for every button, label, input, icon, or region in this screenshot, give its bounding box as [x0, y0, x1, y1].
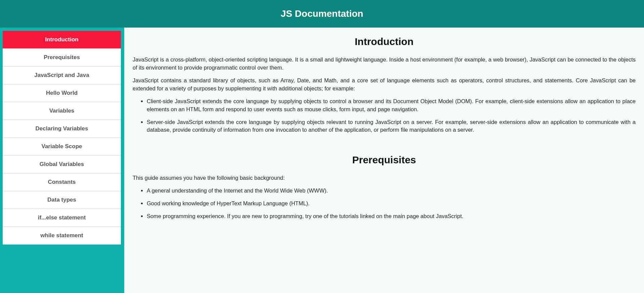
prerequisites-list-item-2: Good working knowledge of HyperText Mark…: [147, 200, 636, 208]
nav-item-while-statement[interactable]: while statement: [3, 227, 121, 245]
section-introduction: Introduction JavaScript is a cross-platf…: [133, 36, 636, 134]
nav-link-if-else-statement[interactable]: if...else statement: [3, 209, 121, 226]
main-content: Introduction JavaScript is a cross-platf…: [124, 28, 644, 293]
nav-item-introduction[interactable]: Introduction: [3, 31, 121, 49]
intro-list-item-1: Client-side JavaScript extends the core …: [147, 97, 636, 114]
nav-item-constants[interactable]: Constants: [3, 173, 121, 191]
prerequisites-list-item-1: A general understanding of the Internet …: [147, 187, 636, 195]
nav-link-global-variables[interactable]: Global Variables: [3, 156, 121, 173]
nav-item-data-types[interactable]: Data types: [3, 191, 121, 209]
nav-link-variable-scope[interactable]: Variable Scope: [3, 138, 121, 155]
nav-item-variables[interactable]: Variables: [3, 102, 121, 120]
nav-item-declaring-variables[interactable]: Declaring Variables: [3, 120, 121, 138]
prerequisites-list-item-3: Some programming experience. If you are …: [147, 212, 636, 220]
section-heading-introduction: Introduction: [133, 36, 636, 47]
nav-link-while-statement[interactable]: while statement: [3, 227, 121, 244]
nav-link-variables[interactable]: Variables: [3, 102, 121, 120]
nav-item-javascript-and-java[interactable]: JavaScript and Java: [3, 67, 121, 84]
intro-list-item-2: Server-side JavaScript extends the core …: [147, 118, 636, 134]
nav-item-prerequisites[interactable]: Prerequisites: [3, 49, 121, 67]
nav-item-global-variables[interactable]: Global Variables: [3, 156, 121, 173]
intro-list: Client-side JavaScript extends the core …: [133, 97, 636, 134]
nav-list: Introduction Prerequisites JavaScript an…: [3, 31, 121, 245]
section-heading-prerequisites: Prerequisites: [133, 154, 636, 166]
nav-item-hello-world[interactable]: Hello World: [3, 84, 121, 102]
nav-link-declaring-variables[interactable]: Declaring Variables: [3, 120, 121, 137]
nav-link-javascript-and-java[interactable]: JavaScript and Java: [3, 67, 121, 84]
nav-link-constants[interactable]: Constants: [3, 173, 121, 191]
nav-item-if-else-statement[interactable]: if...else statement: [3, 209, 121, 227]
prerequisites-paragraph-1: This guide assumes you have the followin…: [133, 174, 636, 182]
nav-link-introduction[interactable]: Introduction: [3, 31, 121, 48]
intro-paragraph-2: JavaScript contains a standard library o…: [133, 77, 636, 93]
nav-item-variable-scope[interactable]: Variable Scope: [3, 138, 121, 156]
page-header: JS Documentation: [0, 0, 644, 28]
sidebar-nav: Introduction Prerequisites JavaScript an…: [0, 28, 124, 293]
nav-link-data-types[interactable]: Data types: [3, 191, 121, 209]
section-prerequisites: Prerequisites This guide assumes you hav…: [133, 154, 636, 220]
page-title: JS Documentation: [0, 8, 644, 19]
nav-link-prerequisites[interactable]: Prerequisites: [3, 49, 121, 66]
nav-link-hello-world[interactable]: Hello World: [3, 84, 121, 102]
main-container: Introduction Prerequisites JavaScript an…: [0, 28, 644, 293]
intro-paragraph-1: JavaScript is a cross-platform, object-o…: [133, 56, 636, 72]
prerequisites-list: A general understanding of the Internet …: [133, 187, 636, 220]
